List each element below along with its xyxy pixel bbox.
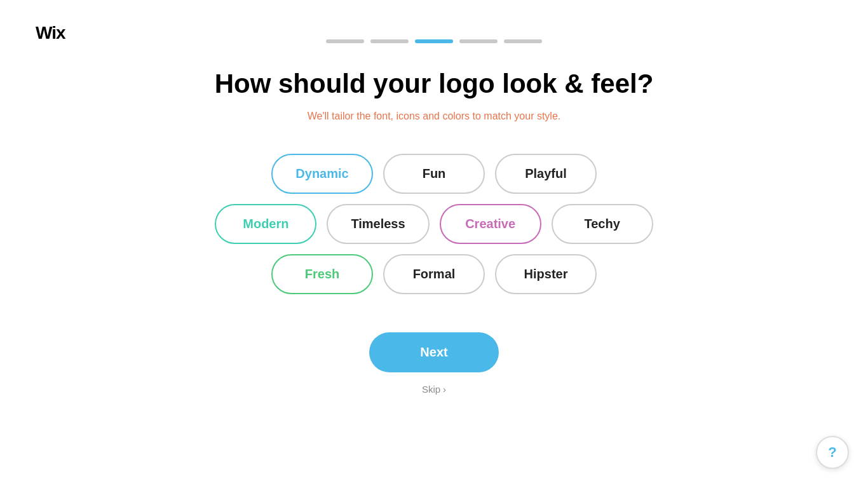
style-formal[interactable]: Formal [383,254,485,294]
style-timeless[interactable]: Timeless [327,204,429,244]
help-button[interactable]: ? [816,436,849,469]
style-fun[interactable]: Fun [383,154,485,194]
style-options: Dynamic Fun Playful Modern Timeless Crea… [215,154,653,294]
style-dynamic[interactable]: Dynamic [271,154,373,194]
next-button[interactable]: Next [369,332,498,372]
style-hipster[interactable]: Hipster [495,254,597,294]
style-row-1: Dynamic Fun Playful [271,154,597,194]
style-playful[interactable]: Playful [495,154,597,194]
style-row-3: Fresh Formal Hipster [271,254,597,294]
style-techy[interactable]: Techy [552,204,653,244]
page-subtitle: We'll tailor the font, icons and colors … [308,111,561,122]
style-creative[interactable]: Creative [440,204,541,244]
style-fresh[interactable]: Fresh [271,254,373,294]
chevron-right-icon: › [443,384,446,395]
skip-label: Skip [422,384,440,395]
page-title: How should your logo look & feel? [215,69,654,99]
style-modern[interactable]: Modern [215,204,316,244]
style-row-2: Modern Timeless Creative Techy [215,204,653,244]
main-content: How should your logo look & feel? We'll … [0,0,868,488]
skip-link[interactable]: Skip › [422,384,446,395]
